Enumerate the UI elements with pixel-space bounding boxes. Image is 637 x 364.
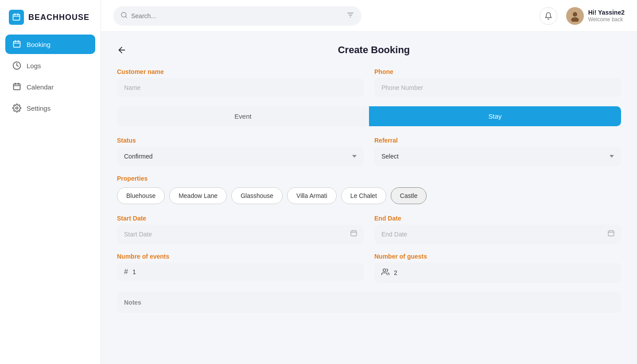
chip-villa-armati[interactable]: Villa Armati xyxy=(287,187,337,204)
num-guests-input[interactable] xyxy=(394,269,614,276)
notifications-button[interactable] xyxy=(540,7,557,25)
calendar-icon xyxy=(12,82,21,91)
start-date-input[interactable] xyxy=(117,225,364,244)
page-header: Create Booking xyxy=(117,44,621,56)
referral-label: Referral xyxy=(374,137,621,144)
type-toggle-row: Event Stay xyxy=(117,106,621,126)
counts-row: Numbre of events # Number of guests xyxy=(117,253,621,283)
search-input[interactable] xyxy=(131,12,343,19)
chip-le-chalet[interactable]: Le Chalet xyxy=(341,187,386,204)
svg-point-19 xyxy=(573,12,577,16)
sidebar-item-settings[interactable]: Settings xyxy=(5,98,95,118)
svg-point-20 xyxy=(571,17,579,21)
status-col: Status Confirmed Pending Cancelled xyxy=(117,137,364,166)
event-tab-button[interactable]: Event xyxy=(117,106,369,126)
logo-icon xyxy=(9,10,24,25)
customer-name-input[interactable] xyxy=(117,78,364,97)
sidebar-item-logs-label: Logs xyxy=(27,62,41,70)
filter-icon[interactable] xyxy=(346,11,354,21)
num-guests-label: Number of guests xyxy=(374,253,621,260)
end-date-input[interactable] xyxy=(374,225,621,244)
stay-tab-button[interactable]: Stay xyxy=(369,106,621,126)
end-date-col: End Date xyxy=(374,215,621,244)
sidebar: BEACHHOUSE Booking Logs Calendar Setting… xyxy=(0,0,101,364)
referral-select[interactable]: Select Google Social Media Friend xyxy=(374,147,621,166)
chip-glasshouse[interactable]: Glasshouse xyxy=(231,187,283,204)
svg-rect-0 xyxy=(13,14,20,20)
page-content: Create Booking Customer name Phone Event… xyxy=(101,32,637,364)
phone-label: Phone xyxy=(374,68,621,75)
svg-rect-4 xyxy=(14,41,20,47)
avatar xyxy=(566,7,584,25)
svg-point-30 xyxy=(383,269,386,271)
sidebar-item-calendar[interactable]: Calendar xyxy=(5,77,95,97)
status-select-wrapper: Confirmed Pending Cancelled xyxy=(117,147,364,166)
sidebar-item-settings-label: Settings xyxy=(27,105,50,112)
num-events-input[interactable] xyxy=(132,268,357,275)
page-title: Create Booking xyxy=(127,44,621,56)
guests-icon xyxy=(381,268,389,278)
header: Hi! Yassine2 Welcome back xyxy=(101,0,637,32)
end-date-wrapper xyxy=(374,225,621,244)
user-name: Hi! Yassine2 xyxy=(588,8,625,16)
sidebar-item-logs[interactable]: Logs xyxy=(5,56,95,75)
customer-name-col: Customer name xyxy=(117,68,364,97)
chip-bluehouse[interactable]: Bluehouse xyxy=(117,187,165,204)
sidebar-item-booking-label: Booking xyxy=(27,41,50,48)
sidebar-nav: Booking Logs Calendar Settings xyxy=(0,35,101,118)
status-select[interactable]: Confirmed Pending Cancelled xyxy=(117,147,364,166)
svg-rect-9 xyxy=(14,84,20,89)
chip-castle[interactable]: Castle xyxy=(391,187,427,204)
settings-icon xyxy=(12,104,21,112)
logs-icon xyxy=(12,61,21,70)
sidebar-logo: BEACHHOUSE xyxy=(0,0,101,35)
logo-text: BEACHHOUSE xyxy=(28,13,89,22)
sidebar-item-booking[interactable]: Booking xyxy=(5,35,95,54)
main-area: Hi! Yassine2 Welcome back Create Booking… xyxy=(101,0,637,364)
notes-label: Notes xyxy=(124,299,614,306)
hash-icon: # xyxy=(124,268,128,276)
phone-input[interactable] xyxy=(374,78,621,97)
search-bar[interactable] xyxy=(113,6,361,26)
header-right: Hi! Yassine2 Welcome back xyxy=(540,7,625,25)
num-events-wrapper: # xyxy=(117,263,364,281)
svg-point-13 xyxy=(16,107,18,109)
date-row: Start Date End Date xyxy=(117,215,621,244)
chip-meadow-lane[interactable]: Meadow Lane xyxy=(169,187,227,204)
num-guests-wrapper xyxy=(374,263,621,283)
customer-name-label: Customer name xyxy=(117,68,364,75)
num-events-col: Numbre of events # xyxy=(117,253,364,283)
svg-line-15 xyxy=(125,16,127,18)
properties-chips: Bluehouse Meadow Lane Glasshouse Villa A… xyxy=(117,187,621,204)
num-guests-col: Number of guests xyxy=(374,253,621,283)
booking-icon xyxy=(12,40,21,49)
end-date-label: End Date xyxy=(374,215,621,222)
properties-label: Properties xyxy=(117,175,621,182)
properties-section: Properties Bluehouse Meadow Lane Glassho… xyxy=(117,175,621,204)
status-referral-row: Status Confirmed Pending Cancelled Refer… xyxy=(117,137,621,166)
search-icon xyxy=(120,12,128,20)
customer-phone-row: Customer name Phone xyxy=(117,68,621,97)
start-date-col: Start Date xyxy=(117,215,364,244)
status-label: Status xyxy=(117,137,364,144)
sidebar-item-calendar-label: Calendar xyxy=(27,83,54,91)
num-events-label: Numbre of events xyxy=(117,253,364,260)
start-date-label: Start Date xyxy=(117,215,364,222)
referral-col: Referral Select Google Social Media Frie… xyxy=(374,137,621,166)
phone-col: Phone xyxy=(374,68,621,97)
start-date-wrapper xyxy=(117,225,364,244)
notes-section[interactable]: Notes xyxy=(117,292,621,313)
user-info[interactable]: Hi! Yassine2 Welcome back xyxy=(566,7,625,25)
user-sub: Welcome back xyxy=(588,16,625,23)
referral-select-wrapper: Select Google Social Media Friend xyxy=(374,147,621,166)
user-text-block: Hi! Yassine2 Welcome back xyxy=(588,8,625,23)
back-button[interactable] xyxy=(117,45,127,55)
